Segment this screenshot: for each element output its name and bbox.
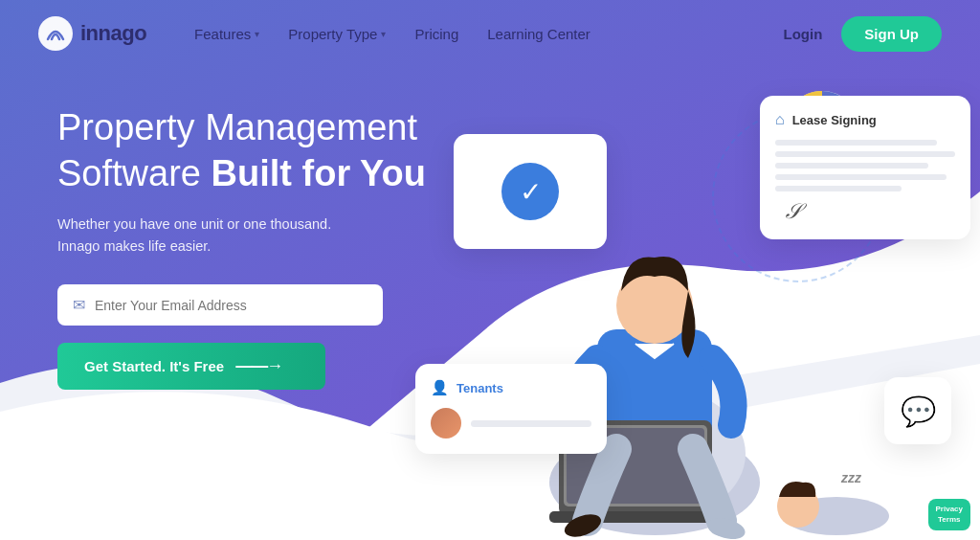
navigation: Features ▾ Property Type ▾ Pricing Learn… — [194, 26, 783, 42]
hero-subtitle: Whether you have one unit or one thousan… — [57, 214, 426, 258]
nav-features[interactable]: Features ▾ — [194, 26, 259, 42]
lease-card-title: Lease Signing — [792, 113, 877, 127]
email-input[interactable] — [95, 298, 368, 313]
home-icon: ⌂ — [775, 111, 785, 128]
arrow-icon: ——→ — [235, 356, 281, 376]
tenant-name-line — [471, 420, 591, 427]
hero-title: Property Management Software Built for Y… — [57, 105, 426, 196]
mail-icon: ✉ — [73, 296, 85, 314]
logo-icon — [38, 16, 73, 51]
cta-button[interactable]: Get Started. It's Free ——→ — [57, 343, 325, 390]
tenants-card-title: Tenants — [457, 381, 503, 395]
chevron-down-icon: ▾ — [255, 29, 259, 39]
nav-pricing[interactable]: Pricing — [414, 26, 458, 42]
header: innago Features ▾ Property Type ▾ Pricin… — [0, 0, 980, 67]
chat-card: 💬 — [884, 377, 951, 444]
logo[interactable]: innago — [38, 16, 146, 51]
logo-text: innago — [80, 21, 146, 46]
person-illustration — [501, 138, 808, 540]
privacy-terms-badge[interactable]: Privacy Terms — [928, 499, 970, 530]
hero-section: Property Management Software Built for Y… — [57, 105, 426, 390]
illustration-area: ✓ ⌂ Lease Signing 𝒮 — [387, 57, 980, 540]
sleeping-person-illustration: zzz — [769, 454, 903, 540]
nav-property-type[interactable]: Property Type ▾ — [288, 26, 386, 42]
chevron-down-icon: ▾ — [381, 29, 386, 39]
nav-right: Login Sign Up — [784, 16, 943, 52]
person-icon: 👤 — [431, 379, 449, 396]
signup-button[interactable]: Sign Up — [841, 16, 942, 52]
nav-learning-center[interactable]: Learning Center — [487, 26, 590, 42]
email-input-wrapper: ✉ — [57, 284, 383, 326]
tenants-card: 👤 Tenants — [415, 364, 607, 454]
login-button[interactable]: Login — [784, 26, 823, 42]
tenant-avatar — [431, 408, 461, 439]
chat-bubble-icon: 💬 — [901, 394, 936, 428]
svg-text:zzz: zzz — [840, 470, 861, 485]
